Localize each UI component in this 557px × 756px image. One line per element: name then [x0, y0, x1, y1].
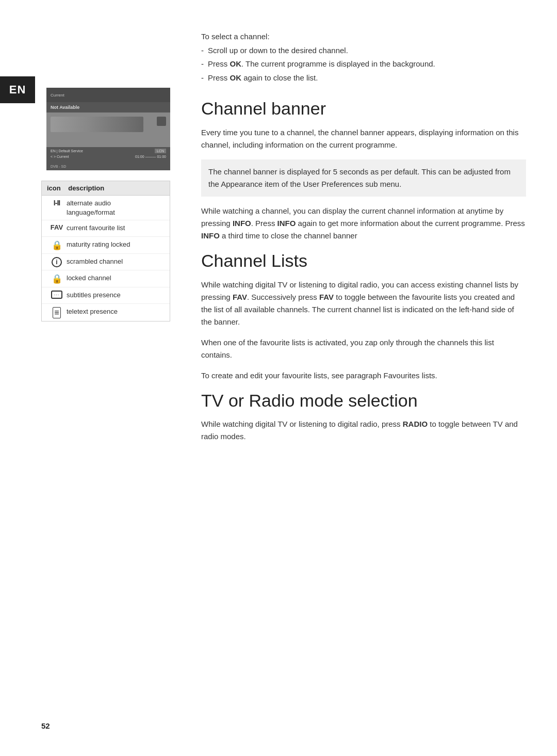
locked-channel-icon: 🔒 — [52, 274, 62, 284]
header-icon-col: icon — [47, 184, 61, 192]
language-tab: EN — [0, 76, 35, 103]
right-column: To select a channel: - Scroll up or down… — [201, 31, 526, 451]
maturity-icon-cell: 🔒 — [47, 239, 67, 251]
icon-row-locked: 🔒 locked channel — [42, 270, 170, 287]
alternate-audio-icon: I-II — [54, 199, 60, 207]
icon-row-audio: I-II alternate audiolanguage/format — [42, 196, 170, 220]
fav-icon-desc: current favourite list — [67, 223, 125, 233]
tv-mockup-nav: < > Current — [51, 155, 69, 158]
icon-table-header: icon description — [42, 181, 170, 196]
channel-lists-heading: Channel Lists — [201, 250, 526, 271]
scrambled-icon-desc: scrambled channel — [67, 256, 123, 266]
intro-section: To select a channel: - Scroll up or down… — [201, 31, 526, 84]
channel-banner-note: The channel banner is displayed for 5 se… — [201, 159, 526, 197]
tv-mockup-not-available: Not Available — [51, 105, 79, 110]
subtitles-icon-desc: subtitles presence — [67, 290, 121, 300]
tv-radio-para1: While watching digital TV or listening t… — [201, 418, 526, 443]
tv-mockup-subtitle: DVB - SD — [51, 165, 66, 168]
tv-mockup-progress-text: 01:00 ——— 01:00 — [135, 155, 166, 158]
bullet-text-2: Press OK. The current programme is displ… — [208, 58, 435, 70]
channel-lists-para3: To create and edit your favourite lists,… — [201, 369, 526, 382]
maturity-rating-icon: 🔒 — [52, 240, 62, 251]
channel-banner-para2: While watching a channel, you can displa… — [201, 205, 526, 242]
bullet-dash-3: - — [201, 72, 204, 84]
tv-radio-heading: TV or Radio mode selection — [201, 390, 526, 411]
bullet-item-1: - Scroll up or down to the desired chann… — [201, 45, 526, 57]
teletext-icon-cell: ≡ — [47, 307, 67, 318]
maturity-icon-desc: maturity rating locked — [67, 239, 130, 249]
tv-mockup-icon — [157, 117, 166, 126]
icon-row-maturity: 🔒 maturity rating locked — [42, 237, 170, 254]
tv-mockup-info: EN | Default Service — [51, 149, 83, 153]
audio-icon-cell: I-II — [47, 198, 67, 207]
channel-banner-heading: Channel banner — [201, 98, 526, 119]
icon-row-fav: FAV current favourite list — [42, 220, 170, 237]
intro-label: To select a channel: — [201, 31, 526, 43]
bullet-text-1: Scroll up or down to the desired channel… — [208, 45, 348, 57]
channel-lists-para2: When one of the favourite lists is activ… — [201, 336, 526, 361]
channel-lists-para1: While watching digital TV or listening t… — [201, 279, 526, 328]
fav-icon: FAV — [51, 223, 63, 231]
teletext-presence-icon: ≡ — [53, 307, 60, 318]
scrambled-icon-cell: i — [47, 256, 67, 267]
page-number: 52 — [41, 721, 50, 730]
teletext-icon-desc: teletext presence — [67, 307, 118, 316]
fav-icon-cell: FAV — [47, 223, 67, 231]
tv-screenshot-mockup: Current Not Available EN | Default Servi… — [46, 88, 170, 170]
bullet-item-3: - Press OK again to close the list. — [201, 72, 526, 84]
tv-mockup-time: LCN — [155, 149, 166, 153]
language-tab-label: EN — [9, 83, 26, 96]
left-column: Current Not Available EN | Default Servi… — [41, 31, 196, 321]
header-desc-col: description — [68, 184, 104, 192]
tv-mockup-channel-label: Current — [51, 93, 64, 98]
locked-icon-desc: locked channel — [67, 273, 111, 283]
bullet-text-3: Press OK again to close the list. — [208, 72, 318, 84]
scrambled-channel-icon: i — [52, 257, 62, 267]
icon-row-teletext: ≡ teletext presence — [42, 304, 170, 321]
subtitles-presence-icon: ··· — [51, 291, 62, 299]
icon-description-table: icon description I-II alternate audiolan… — [41, 181, 170, 321]
audio-icon-desc: alternate audiolanguage/format — [67, 198, 115, 217]
bullet-dash-1: - — [201, 45, 204, 57]
bullet-dash-2: - — [201, 58, 204, 70]
locked-icon-cell: 🔒 — [47, 273, 67, 284]
channel-banner-para1: Every time you tune to a channel, the ch… — [201, 126, 526, 151]
subtitles-icon-cell: ··· — [47, 290, 67, 299]
bullet-item-2: - Press OK. The current programme is dis… — [201, 58, 526, 70]
icon-row-scrambled: i scrambled channel — [42, 254, 170, 270]
icon-row-subtitles: ··· subtitles presence — [42, 287, 170, 304]
